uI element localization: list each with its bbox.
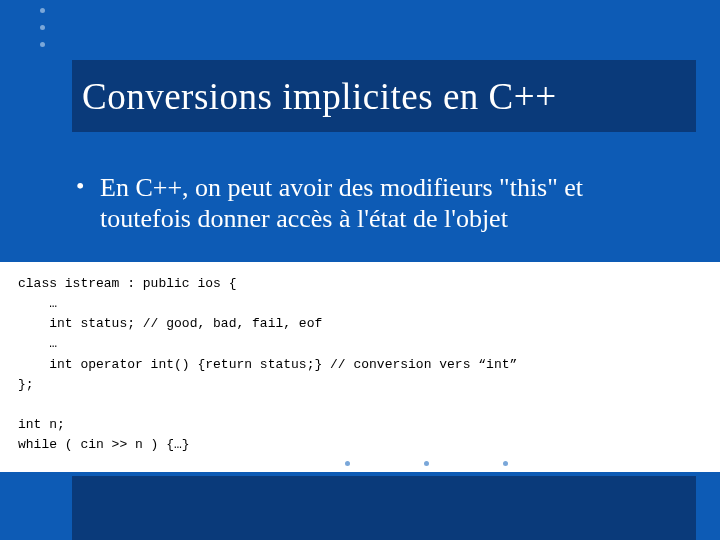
dot-icon bbox=[345, 461, 350, 466]
dot-icon bbox=[424, 461, 429, 466]
bullet-item: En C++, on peut avoir des modifieurs "th… bbox=[76, 172, 680, 234]
code-panel: class istream : public ios { … int statu… bbox=[0, 262, 720, 472]
slide-title-bar: Conversions implicites en C++ bbox=[72, 60, 696, 132]
slide-body: En C++, on peut avoir des modifieurs "th… bbox=[76, 172, 680, 234]
dot-icon bbox=[503, 461, 508, 466]
dot-icon bbox=[40, 42, 45, 47]
dot-icon bbox=[40, 25, 45, 30]
decorative-dots-top bbox=[40, 8, 45, 47]
slide-title: Conversions implicites en C++ bbox=[82, 75, 557, 118]
dot-icon bbox=[40, 8, 45, 13]
decorative-dots-bottom bbox=[345, 461, 508, 466]
code-block: class istream : public ios { … int statu… bbox=[18, 274, 702, 455]
slide-footer-bar bbox=[72, 476, 696, 540]
